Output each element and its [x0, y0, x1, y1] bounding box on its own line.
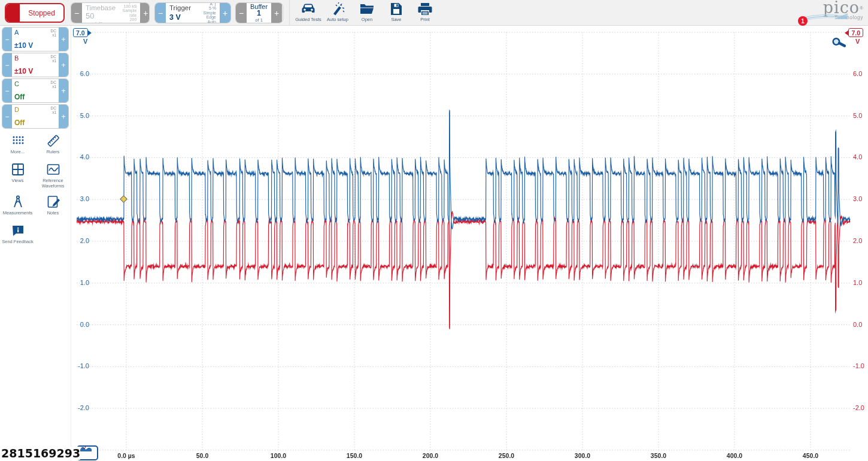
stopped-button[interactable]: Stopped: [5, 3, 65, 23]
toolbar-separator: [289, 0, 290, 26]
channel-a-increase-button[interactable]: +: [59, 28, 68, 51]
timebase-decrease-button[interactable]: −: [71, 3, 82, 23]
channel-c-increase-button[interactable]: +: [59, 79, 68, 102]
trigger-mode: Simple Edge: [196, 11, 216, 20]
channel-c-coupling: DC: [51, 80, 56, 84]
channel-b-coupling: DC: [51, 54, 56, 59]
print-button[interactable]: Print: [409, 2, 441, 22]
buffer-previous-button[interactable]: −: [236, 3, 247, 23]
open-button[interactable]: Open: [351, 2, 383, 22]
logo-swoosh: [801, 11, 849, 20]
feedback-bubble-icon: [11, 223, 25, 238]
channel-b-decrease-button[interactable]: −: [2, 53, 12, 77]
channel-a-coupling: DC: [51, 29, 56, 33]
save-label: Save: [391, 17, 401, 22]
channel-c-decrease-button[interactable]: −: [2, 79, 12, 102]
views-label: Views: [12, 178, 24, 183]
trigger-decrease-button[interactable]: −: [155, 3, 166, 23]
channel-a-range: ±10 V: [14, 41, 56, 50]
left-axis-unit: V: [83, 38, 87, 45]
buffer-group: − Buffer 1 of 1 +: [235, 2, 283, 23]
channel-d-increase-button[interactable]: +: [59, 105, 68, 128]
printer-icon: [417, 2, 433, 16]
measurements-button[interactable]: Measurements: [0, 195, 35, 217]
open-folder-icon: [359, 2, 375, 16]
more-button[interactable]: More...: [0, 134, 35, 156]
buffer-of: of 1: [250, 17, 268, 23]
channel-d-probe: x1: [52, 110, 56, 114]
trigger-edge-icon: ∫: [215, 2, 216, 6]
channel-c-panel[interactable]: C DCx1 Off: [12, 79, 59, 102]
left-axis-top-handle[interactable]: 7.0: [73, 28, 88, 37]
right-axis-unit: V: [855, 38, 860, 45]
reference-waveforms-button[interactable]: Reference Waveforms: [35, 162, 71, 189]
channel-d-panel[interactable]: D DCx1 Off: [12, 105, 59, 128]
reference-waveform-icon: [46, 162, 60, 177]
device-serial-number: 2815169293: [1, 447, 80, 460]
right-axis-top-value: 7.0: [851, 29, 860, 37]
trigger-threshold: 5 %: [196, 6, 216, 11]
channel-a-decrease-button[interactable]: −: [2, 28, 12, 51]
zoom-magnifier-icon[interactable]: [831, 35, 847, 51]
channel-c-letter: C: [14, 80, 19, 89]
channel-d-card: − D DCx1 Off +: [2, 104, 69, 129]
notification-badge[interactable]: 1: [798, 16, 808, 26]
channel-b-increase-button[interactable]: +: [59, 53, 68, 77]
channel-c-probe: x1: [52, 84, 56, 89]
channel-a-probe: x1: [52, 33, 56, 37]
scope-plot-area: 7.0 V 7.0 V 6.05.04.03.02.01.00.0-1.0-2.…: [71, 26, 868, 461]
channel-c-card: − C DCx1 Off +: [2, 78, 69, 103]
notes-icon: [46, 195, 60, 209]
channel-d-decrease-button[interactable]: −: [2, 105, 12, 128]
open-label: Open: [362, 17, 372, 22]
timebase-panel[interactable]: Timebase 50 µs/div Samples 100 kS Sample…: [82, 3, 140, 23]
channel-a-card: − A DCx1 ±10 V +: [2, 27, 69, 51]
channel-b-panel[interactable]: B DCx1 ±10 V: [12, 53, 59, 77]
trigger-value: 3 V: [169, 13, 191, 22]
rulers-button[interactable]: Rulers: [35, 134, 71, 156]
waveform-canvas[interactable]: [71, 26, 868, 461]
more-label: More...: [11, 149, 25, 154]
right-axis-top-handle[interactable]: 7.0: [848, 28, 863, 37]
samples-value: 100 kS: [120, 4, 136, 9]
trigger-sweep: Auto: [196, 20, 216, 23]
dots-grid-icon: [11, 134, 25, 148]
car-icon: [301, 2, 316, 16]
trigger-title: Trigger: [169, 4, 191, 11]
notes-button[interactable]: Notes: [35, 195, 71, 217]
stopped-label: Stopped: [20, 9, 63, 17]
channel-d-coupling: DC: [51, 106, 56, 110]
buffer-next-button[interactable]: +: [271, 3, 282, 23]
overview-waveform-icon: [78, 443, 96, 453]
left-arrowhead-icon: [845, 30, 849, 36]
buffer-panel[interactable]: Buffer 1 of 1: [247, 3, 271, 23]
right-arrowhead-icon: [87, 30, 92, 36]
channel-a-panel[interactable]: A DCx1 ±10 V: [12, 28, 59, 51]
measurements-label: Measurements: [3, 210, 33, 216]
buffer-value: 1: [250, 10, 268, 17]
trigger-increase-button[interactable]: +: [220, 3, 230, 23]
reference-waveforms-label: Reference Waveforms: [35, 178, 71, 189]
guided-tests-label: Guided Tests: [295, 17, 321, 22]
trigger-source: A: [210, 2, 213, 6]
guided-tests-button[interactable]: Guided Tests: [293, 2, 324, 22]
sample-rate-value: 200 MS/s: [120, 17, 136, 23]
left-axis-top-value: 7.0: [76, 29, 85, 37]
channel-b-range: ±10 V: [14, 67, 56, 75]
save-button[interactable]: Save: [381, 2, 412, 22]
trigger-panel[interactable]: Trigger 3 V A ∫ 5 % Simple Edge Auto: [166, 3, 220, 23]
channel-b-probe: x1: [52, 59, 56, 63]
sidebar-tools: More... Rulers Views Reference Waveforms…: [0, 134, 71, 246]
send-feedback-label: Send Feedback: [2, 239, 34, 244]
auto-setup-button[interactable]: Auto setup: [322, 2, 353, 22]
calipers-icon: [11, 195, 25, 209]
views-button[interactable]: Views: [0, 162, 35, 189]
send-feedback-button[interactable]: Send Feedback: [0, 223, 35, 246]
auto-setup-label: Auto setup: [327, 17, 348, 22]
pico-technology-logo: pico® Technology: [806, 0, 863, 25]
channel-a-letter: A: [14, 29, 19, 37]
timebase-increase-button[interactable]: +: [140, 3, 150, 23]
notes-label: Notes: [47, 210, 59, 216]
timebase-group: − Timebase 50 µs/div Samples 100 kS Samp…: [71, 2, 150, 23]
print-label: Print: [420, 17, 429, 22]
